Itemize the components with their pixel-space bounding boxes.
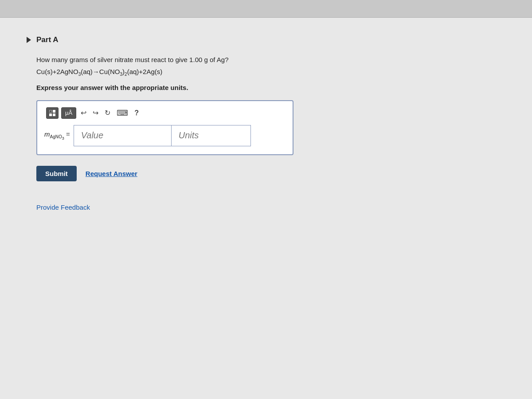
question-block: How many grams of silver nitrate must re… [36,55,505,211]
units-input[interactable] [171,125,251,146]
input-subscript: AgNO3 [50,134,64,139]
mu-label: μÅ [65,110,72,116]
top-bar [0,0,532,18]
question-text: How many grams of silver nitrate must re… [36,55,505,65]
redo-button[interactable]: ↪ [91,108,100,118]
main-content: Part A How many grams of silver nitrate … [0,18,532,399]
toolbar: μÅ ↩ ↪ ↻ ⌨ ? [44,107,286,119]
keyboard-button[interactable]: ⌨ [115,107,130,119]
submit-button[interactable]: Submit [36,166,77,181]
instruction-text: Express your answer with the appropriate… [36,84,505,91]
input-label: mAgNO3 = [44,130,70,141]
part-header: Part A [27,35,505,44]
submit-label: Submit [45,170,68,177]
grid-icon [49,110,55,116]
grid-button[interactable] [46,107,59,119]
refresh-button[interactable]: ↻ [103,108,112,118]
feedback-link[interactable]: Provide Feedback [36,203,90,211]
grid-cell [53,113,55,116]
request-answer-button[interactable]: Request Answer [86,170,137,177]
grid-cell [49,113,52,116]
refresh-icon: ↻ [105,109,110,117]
part-title: Part A [36,35,58,44]
action-row: Submit Request Answer [36,166,505,181]
answer-box: μÅ ↩ ↪ ↻ ⌨ ? mAg [36,100,293,155]
collapse-icon[interactable] [27,37,31,43]
undo-button[interactable]: ↩ [79,108,88,118]
undo-icon: ↩ [81,109,86,117]
equals-sign: = [66,130,70,138]
mu-button[interactable]: μÅ [61,107,76,119]
request-answer-label: Request Answer [86,170,137,177]
value-input[interactable] [74,125,171,146]
grid-cell [53,110,55,113]
help-icon: ? [134,109,139,117]
input-row: mAgNO3 = [44,125,286,146]
keyboard-icon: ⌨ [117,109,128,117]
feedback-section: Provide Feedback [36,203,505,211]
grid-cell [49,110,52,113]
help-button[interactable]: ? [133,108,141,118]
equation-text: Cu(s)+2AgNO3(aq)→Cu(NO3)2(aq)+2Ag(s) [36,68,505,77]
redo-icon: ↪ [93,109,98,117]
